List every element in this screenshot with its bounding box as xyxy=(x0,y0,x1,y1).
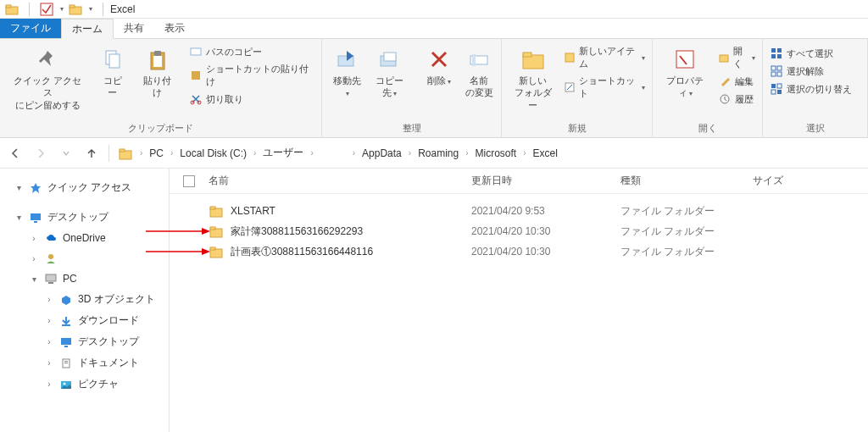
file-date: 2021/04/20 9:53 xyxy=(471,205,620,217)
open-icon xyxy=(718,51,730,64)
breadcrumb-root-icon[interactable] xyxy=(118,146,133,161)
column-date[interactable]: 更新日時 xyxy=(471,174,620,188)
file-type: ファイル フォルダー xyxy=(620,224,753,239)
shortcut-button[interactable]: ショートカット▾ xyxy=(562,74,647,101)
new-folder-icon xyxy=(520,46,547,73)
group-organize: 移動先▾ コピー先▾ 削除▾ 名前の変更 整理 xyxy=(322,39,502,137)
nav-quick-access[interactable]: ▾クイック アクセス xyxy=(12,177,165,198)
svg-rect-45 xyxy=(62,324,70,326)
svg-rect-23 xyxy=(676,51,693,68)
select-none-button[interactable]: 選択解除 xyxy=(768,64,854,79)
nav-pictures[interactable]: ›ピクチャ xyxy=(42,374,165,395)
edit-icon xyxy=(718,75,732,88)
select-invert-button[interactable]: 選択の切り替え xyxy=(768,81,854,97)
file-type: ファイル フォルダー xyxy=(620,245,753,259)
chevron-right-icon[interactable]: › xyxy=(349,148,359,158)
copy-button[interactable]: コピー xyxy=(94,42,131,102)
group-label-open: 開く xyxy=(658,120,757,137)
column-size[interactable]: サイズ xyxy=(753,174,868,188)
chevron-right-icon[interactable]: › xyxy=(405,148,415,158)
tab-view[interactable]: 表示 xyxy=(154,19,195,38)
chevron-right-icon[interactable]: › xyxy=(520,148,529,158)
new-folder-button[interactable]: 新しいフォルダー xyxy=(507,42,559,114)
select-all-button[interactable]: すべて選択 xyxy=(768,46,854,61)
nav-desktop[interactable]: ▾デスクトップ xyxy=(12,207,165,228)
chevron-right-icon[interactable]: › xyxy=(462,148,471,158)
table-row[interactable]: 計画表①3088115631664481162021/04/20 10:30ファ… xyxy=(170,241,868,262)
cube-icon xyxy=(59,293,73,307)
column-checkbox[interactable] xyxy=(170,175,209,187)
paste-icon xyxy=(144,46,171,73)
chevron-right-icon[interactable]: › xyxy=(250,148,259,158)
select-all-icon xyxy=(770,47,783,60)
cut-button[interactable]: 切り取り xyxy=(187,91,316,107)
group-label-new: 新規 xyxy=(507,120,647,137)
shortcut-paste-icon xyxy=(189,69,203,82)
paste-button[interactable]: 貼り付け xyxy=(135,42,181,102)
nav-back-button[interactable] xyxy=(7,145,24,162)
nav-history-dropdown[interactable] xyxy=(58,145,75,162)
rename-button[interactable]: 名前の変更 xyxy=(459,42,498,102)
nav-up-button[interactable] xyxy=(83,145,100,162)
tab-file[interactable]: ファイル xyxy=(0,19,61,38)
tab-home[interactable]: ホーム xyxy=(61,19,114,39)
group-clipboard: クイック アクセスにピン留めする コピー 貼り付け パスのコピー ショートカット… xyxy=(0,39,322,137)
table-row[interactable]: 家計簿3088115631662922932021/04/20 10:30ファイ… xyxy=(170,221,868,241)
nav-user[interactable]: › xyxy=(27,248,165,269)
pc-icon xyxy=(44,272,58,285)
qat-dropdown2-icon[interactable]: ▾ xyxy=(89,5,92,13)
qat-dropdown-icon[interactable]: ▾ xyxy=(60,5,64,13)
chevron-down-icon[interactable]: ▾ xyxy=(14,183,24,192)
qat-checkbox-icon[interactable] xyxy=(40,3,53,16)
breadcrumb-item[interactable]: PC xyxy=(149,147,164,159)
column-name[interactable]: 名前 xyxy=(209,174,471,188)
copy-to-button[interactable]: コピー先▾ xyxy=(370,42,409,102)
column-type[interactable]: 種類 xyxy=(620,174,753,188)
file-type: ファイル フォルダー xyxy=(620,204,753,219)
svg-rect-24 xyxy=(720,55,728,62)
nav-pc[interactable]: ▾PC xyxy=(27,269,165,289)
breadcrumb-item[interactable]: Excel xyxy=(533,147,558,159)
svg-rect-50 xyxy=(64,363,68,363)
svg-rect-11 xyxy=(192,71,200,80)
breadcrumb-item[interactable]: Microsoft xyxy=(476,147,517,159)
table-row[interactable]: XLSTART2021/04/20 9:53ファイル フォルダー xyxy=(170,201,868,221)
breadcrumb-item[interactable]: Local Disk (C:) xyxy=(180,147,247,159)
desktop-icon xyxy=(59,335,73,349)
nav-desktop-2[interactable]: ›デスクトップ xyxy=(42,331,165,352)
nav-documents[interactable]: ›ドキュメント xyxy=(42,352,165,374)
breadcrumb-item[interactable]: ユーザー xyxy=(263,146,303,160)
svg-rect-27 xyxy=(777,48,782,53)
nav-3d-objects[interactable]: ›3D オブジェクト xyxy=(42,289,165,310)
nav-onedrive[interactable]: ›OneDrive xyxy=(27,228,165,248)
svg-rect-41 xyxy=(34,221,37,223)
history-button[interactable]: 履歴 xyxy=(716,91,757,107)
documents-icon xyxy=(59,357,73,370)
move-to-button[interactable]: 移動先▾ xyxy=(327,42,366,102)
copy-path-button[interactable]: パスのコピー xyxy=(187,44,316,59)
breadcrumb-item[interactable]: Roaming xyxy=(418,147,459,159)
edit-button[interactable]: 編集 xyxy=(716,74,757,89)
svg-rect-26 xyxy=(771,48,776,53)
svg-rect-9 xyxy=(153,56,162,67)
desktop-icon xyxy=(29,211,42,224)
open-button[interactable]: 開く▾ xyxy=(716,44,757,71)
pin-quick-access-button[interactable]: クイック アクセスにピン留めする xyxy=(5,42,91,114)
breadcrumb-item[interactable]: AppData xyxy=(362,147,402,159)
svg-rect-10 xyxy=(191,48,201,55)
chevron-right-icon[interactable]: › xyxy=(167,148,176,158)
properties-button[interactable]: プロパティ▾ xyxy=(658,42,713,102)
select-invert-icon xyxy=(770,82,783,96)
chevron-right-icon[interactable]: › xyxy=(307,148,316,158)
svg-rect-37 xyxy=(777,90,782,94)
window-title: Excel xyxy=(110,3,135,15)
paste-shortcut-button[interactable]: ショートカットの貼り付け xyxy=(187,62,316,89)
new-item-button[interactable]: 新しいアイテム▾ xyxy=(562,44,647,71)
breadcrumbs[interactable]: › PC›Local Disk (C:)›ユーザー››AppData›Roami… xyxy=(118,146,558,161)
nav-forward-button[interactable] xyxy=(32,145,49,162)
chevron-right-icon[interactable]: › xyxy=(136,148,146,158)
nav-downloads[interactable]: ›ダウンロード xyxy=(42,310,165,331)
ribbon: クイック アクセスにピン留めする コピー 貼り付け パスのコピー ショートカット… xyxy=(0,39,868,138)
tab-share[interactable]: 共有 xyxy=(114,19,154,38)
delete-button[interactable]: 削除▾ xyxy=(422,42,456,90)
